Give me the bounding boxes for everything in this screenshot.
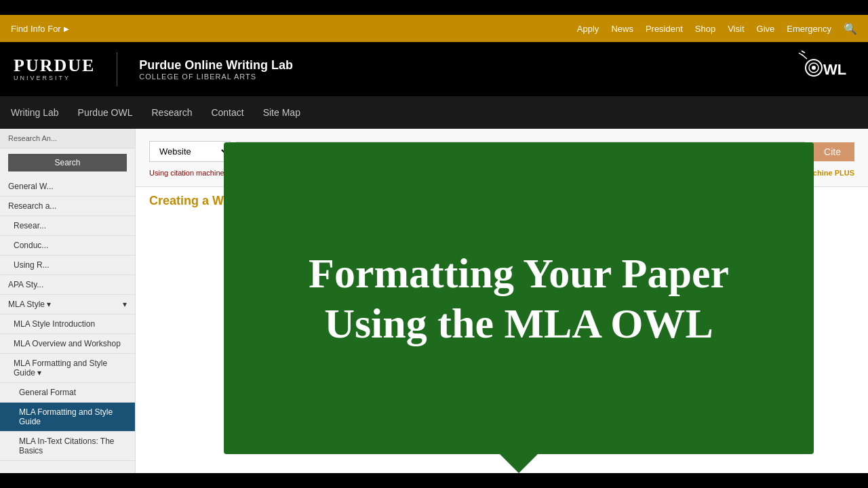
owl-logo: WL — [793, 49, 848, 89]
university-label: UNIVERSITY — [14, 75, 95, 81]
svg-line-5 — [802, 51, 805, 53]
green-overlay-popup: Formatting Your Paper Using the MLA OWL — [224, 142, 814, 454]
search-icon[interactable]: 🔍 — [844, 22, 857, 35]
news-link[interactable]: News — [611, 24, 633, 34]
owl-title: Purdue Online Writing Lab — [139, 58, 293, 73]
nav-writing-lab[interactable]: Writing Lab — [11, 104, 59, 121]
nav-site-map[interactable]: Site Map — [263, 104, 300, 121]
svg-point-2 — [812, 66, 816, 70]
sidebar-item-mla-formatting-label: MLA Formatting and Style Guide ▾ — [14, 359, 127, 378]
sidebar: Research An... Search General W... Resea… — [0, 129, 136, 473]
nav-research[interactable]: Research — [152, 104, 193, 121]
sidebar-search-button[interactable]: Search — [8, 154, 127, 171]
sidebar-item-mla-intext[interactable]: MLA In-Text Citations: The Basics — [0, 432, 135, 461]
emergency-link[interactable]: Emergency — [787, 24, 831, 34]
sidebar-item-conduc[interactable]: Conduc... — [0, 236, 135, 256]
chevron-down-icon: ▾ — [123, 300, 127, 309]
sidebar-item-mla-style[interactable]: MLA Style ▾ ▾ — [0, 295, 135, 314]
top-nav-links: Apply News President Shop Visit Give Eme… — [577, 22, 857, 35]
sidebar-item-resear[interactable]: Resear... — [0, 216, 135, 236]
president-link[interactable]: President — [646, 24, 683, 34]
sidebar-item-mla-label: MLA Style ▾ — [8, 300, 51, 309]
cite-button[interactable]: Cite — [810, 142, 854, 161]
svg-text:WL: WL — [823, 61, 846, 78]
nav-bar: Writing Lab Purdue OWL Research Contact … — [0, 96, 868, 129]
find-info-arrow: ▶ — [64, 25, 69, 33]
owl-subtitle: COLLEGE OF LIBERAL ARTS — [139, 73, 293, 81]
nav-purdue-owl[interactable]: Purdue OWL — [78, 104, 133, 121]
sidebar-item-mla-formatting-active[interactable]: MLA Formatting and Style Guide — [0, 403, 135, 432]
apply-link[interactable]: Apply — [577, 24, 599, 34]
purdue-logo[interactable]: PURDUE UNIVERSITY — [14, 57, 95, 81]
find-info-section[interactable]: Find Info For ▶ — [11, 24, 69, 34]
visit-link[interactable]: Visit — [728, 24, 744, 34]
sidebar-item-apa[interactable]: APA Sty... — [0, 275, 135, 295]
sidebar-item-mla-formatting-dropdown[interactable]: MLA Formatting and Style Guide ▾ — [0, 354, 135, 383]
header-bar: PURDUE UNIVERSITY Purdue Online Writing … — [0, 42, 868, 96]
sidebar-item-mla-intro[interactable]: MLA Style Introduction — [0, 314, 135, 334]
logo-section: PURDUE UNIVERSITY Purdue Online Writing … — [14, 52, 293, 86]
main-content: Website Cite Using citation machines res… — [136, 129, 868, 473]
shop-link[interactable]: Shop — [695, 24, 715, 34]
sidebar-breadcrumb: Research An... — [0, 129, 135, 148]
sidebar-item-general-format[interactable]: General Format — [0, 383, 135, 403]
letterbox-top — [0, 0, 868, 15]
content-area: Research An... Search General W... Resea… — [0, 129, 868, 473]
overlay-text: Formatting Your Paper Using the MLA OWL — [295, 235, 743, 363]
find-info-label: Find Info For — [11, 24, 61, 34]
owl-lab-info: Purdue Online Writing Lab COLLEGE OF LIB… — [139, 58, 293, 81]
overlay-line1: Formatting Your Paper — [309, 248, 729, 298]
overlay-line2: Using the MLA OWL — [309, 298, 729, 348]
sidebar-item-using-r[interactable]: Using R... — [0, 256, 135, 275]
give-link[interactable]: Give — [757, 24, 775, 34]
sidebar-item-mla-overview[interactable]: MLA Overview and Workshop — [0, 334, 135, 354]
letterbox-bottom — [0, 473, 868, 488]
sidebar-item-general-w[interactable]: General W... — [0, 177, 135, 197]
logo-divider — [117, 52, 117, 86]
purdue-name: PURDUE — [14, 57, 95, 75]
sidebar-item-research-a[interactable]: Research a... — [0, 197, 135, 216]
citation-type-select[interactable]: Website — [149, 141, 231, 162]
top-bar: Find Info For ▶ Apply News President Sho… — [0, 15, 868, 42]
nav-contact[interactable]: Contact — [211, 104, 243, 121]
